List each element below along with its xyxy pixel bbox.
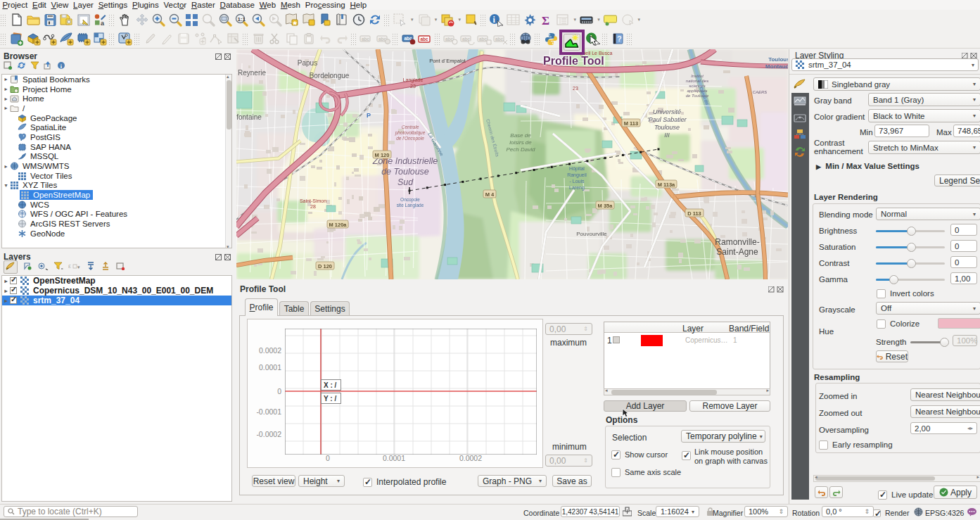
svg-text:de Toulouse: de Toulouse — [381, 167, 429, 177]
svg-text:M 113: M 113 — [624, 120, 638, 127]
svg-text:23: 23 — [573, 86, 578, 91]
svg-text:abc: abc — [495, 36, 504, 41]
svg-text:▾: ▾ — [77, 265, 80, 269]
svg-text:Université: Université — [653, 108, 681, 115]
svg-text:abc: abc — [445, 36, 454, 41]
svg-text:D 120: D 120 — [318, 263, 332, 269]
svg-text:M 35a: M 35a — [598, 203, 613, 209]
svg-text:M 113a: M 113a — [658, 182, 675, 188]
svg-text:abc: abc — [462, 36, 471, 41]
svg-text:Σ: Σ — [542, 14, 549, 26]
svg-text:23: 23 — [410, 84, 416, 89]
svg-text:Pouvourville: Pouvourville — [576, 231, 607, 237]
svg-text:Centrale: Centrale — [402, 125, 419, 129]
svg-text:Ramonville-: Ramonville- — [715, 237, 759, 247]
svg-text:III: III — [664, 132, 670, 139]
svg-text:P: P — [367, 112, 371, 119]
svg-text:Sud: Sud — [397, 177, 414, 187]
svg-text:CAERS: CAERS — [753, 90, 768, 94]
svg-text:'Paul Sabatier: 'Paul Sabatier — [647, 116, 687, 123]
svg-text:Langlade: Langlade — [403, 77, 424, 83]
svg-text:- Louis: - Louis — [569, 179, 585, 184]
svg-text:abc: abc — [479, 36, 488, 41]
svg-text:Toulouse-: Toulouse- — [768, 56, 788, 63]
svg-text:Institut: Institut — [691, 74, 704, 78]
svg-text:D 113: D 113 — [687, 210, 701, 217]
svg-text:28: 28 — [310, 204, 316, 209]
svg-text:Bordelongue: Bordelongue — [310, 72, 350, 80]
svg-text:Pech David: Pech David — [507, 146, 535, 153]
svg-text:fontaine: fontaine — [236, 113, 262, 121]
svg-text:loisirs de: loisirs de — [509, 139, 532, 146]
svg-text:Reynerie: Reynerie — [238, 69, 266, 77]
svg-text:national des: national des — [686, 79, 708, 83]
svg-text:Pont d´Empalot: Pont d´Empalot — [429, 58, 466, 64]
svg-text:a: a — [101, 20, 105, 26]
svg-text:Montaudran: Montaudran — [765, 63, 788, 70]
svg-text:de l'Oncopole: de l'Oncopole — [396, 136, 424, 141]
svg-text:photovoltaïque: photovoltaïque — [395, 130, 426, 136]
svg-text:site Langlade: site Langlade — [397, 203, 424, 208]
svg-text:Hôpital: Hôpital — [569, 166, 585, 172]
svg-text:Lareng: Lareng — [569, 185, 585, 191]
svg-text:Oncopole: Oncopole — [400, 197, 420, 203]
svg-text:ε: ε — [68, 262, 71, 269]
svg-text:M 120: M 120 — [375, 152, 390, 158]
svg-text:M 4: M 4 — [485, 191, 495, 198]
svg-text:Saint-Simon: Saint-Simon — [300, 198, 326, 203]
svg-text:Saint-Agne: Saint-Agne — [716, 247, 758, 257]
svg-text:abc: abc — [362, 36, 370, 41]
svg-text:Base de: Base de — [510, 132, 531, 139]
svg-text:M 120a: M 120a — [329, 222, 347, 228]
svg-text:Rangueil: Rangueil — [567, 172, 587, 178]
svg-text:Toulouse: Toulouse — [654, 124, 680, 131]
svg-text:?: ? — [617, 34, 622, 43]
svg-text:1:1: 1:1 — [238, 15, 246, 22]
svg-text:abc: abc — [421, 37, 429, 42]
svg-text:Papus: Papus — [298, 59, 317, 67]
